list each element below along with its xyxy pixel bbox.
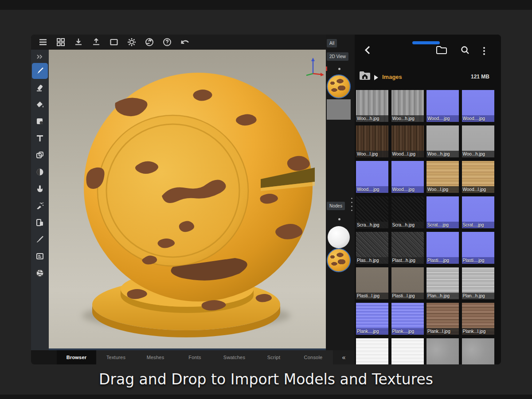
texture-item[interactable]: Scrat....jpg	[426, 196, 459, 228]
help-button[interactable]	[161, 36, 173, 48]
sidebar-expand-button[interactable]	[36, 52, 43, 62]
collapse-chevrons-icon: «	[342, 354, 346, 361]
folder-view-button[interactable]	[435, 45, 448, 57]
texture-item[interactable]: Plank...l.jpg	[462, 303, 494, 335]
import-button[interactable]	[73, 36, 84, 48]
tab-nodes[interactable]: Nodes	[327, 202, 345, 210]
texture-item[interactable]: Woo...l.jpg	[356, 125, 388, 157]
texture-item[interactable]: Woo...h.jpg	[356, 90, 388, 122]
tool-smudge[interactable]	[32, 181, 48, 197]
texture-item[interactable]: Scrat....jpg	[462, 196, 494, 228]
texture-filename: Plasti...l.jpg	[356, 293, 388, 299]
undo-button[interactable]	[179, 36, 191, 48]
tab-console[interactable]: Console	[293, 350, 333, 364]
record-tick	[326, 66, 327, 71]
panel-drag-handle[interactable]	[351, 198, 352, 211]
texture-item[interactable]: Plank....jpg	[356, 303, 388, 335]
axis-gizmo	[303, 56, 325, 80]
texture-item[interactable]: Woo...h.jpg	[462, 125, 494, 157]
texture-filename: Wood....jpg	[356, 186, 388, 193]
texture-item[interactable]: Plast...h.jpg	[391, 232, 424, 264]
tab-fonts[interactable]: Fonts	[175, 350, 215, 364]
apps-button[interactable]	[55, 36, 66, 48]
tool-text[interactable]	[32, 130, 48, 146]
hamburger-icon	[38, 37, 48, 47]
material-thumbnail-white[interactable]	[328, 226, 350, 248]
texture-item[interactable]: Woo...h.jpg	[426, 125, 459, 157]
texture-item[interactable]	[356, 338, 388, 364]
texture-filename: Wood....jpg	[426, 115, 459, 122]
tab-swatches[interactable]: Swatches	[215, 350, 254, 364]
tab-all[interactable]: All	[327, 39, 337, 47]
tool-eraser[interactable]	[32, 80, 48, 96]
back-button[interactable]	[363, 46, 372, 56]
texture-item[interactable]: Wood....jpg	[462, 90, 494, 122]
undo-arrow-icon	[179, 37, 191, 47]
menu-button[interactable]	[37, 36, 49, 48]
add-material-button[interactable]	[338, 218, 340, 220]
texture-item[interactable]: Plas...h.jpg	[356, 232, 388, 264]
material-thumbnail-selected[interactable]	[327, 74, 351, 98]
export-button[interactable]	[90, 36, 102, 48]
loading-progress-bar	[412, 41, 440, 44]
texture-item[interactable]: Scra...h.jpg	[356, 196, 388, 228]
home-button[interactable]	[358, 70, 372, 82]
particle-spray-icon	[35, 201, 45, 211]
texture-item[interactable]: Plank....jpg	[391, 303, 424, 335]
viewport-3d[interactable]	[49, 50, 326, 350]
tab-textures[interactable]: Textures	[96, 350, 136, 364]
add-layer-button[interactable]	[338, 68, 340, 70]
tool-brush[interactable]	[32, 63, 48, 79]
tab-browser[interactable]: Browser	[57, 350, 96, 364]
tool-material[interactable]	[32, 265, 48, 281]
tool-picker[interactable]	[32, 231, 48, 247]
blur-icon	[35, 167, 45, 177]
screenshot-stage: BrowserTexturesMeshesFontsSwatchesScript…	[0, 0, 532, 399]
texture-item[interactable]: Wood...l.jpg	[462, 161, 494, 193]
text-icon	[35, 133, 45, 143]
texture-filename: Woo...l.jpg	[426, 186, 459, 193]
tool-decal[interactable]	[32, 113, 48, 129]
tab-2d-view[interactable]: 2D View	[327, 52, 348, 61]
tool-colorid[interactable]	[32, 215, 48, 231]
texture-item[interactable]	[426, 338, 459, 364]
texture-item[interactable]: Plan...h.jpg	[462, 267, 494, 299]
tab-meshes[interactable]: Meshes	[136, 350, 175, 364]
texture-item[interactable]: Woo...h.jpg	[391, 90, 424, 122]
texture-item[interactable]: Plasti....jpg	[426, 232, 459, 264]
texture-item[interactable]: Wood....jpg	[356, 161, 388, 193]
search-button[interactable]	[459, 45, 471, 57]
breadcrumb-folder[interactable]: Images	[382, 74, 402, 80]
render-button[interactable]	[144, 36, 155, 48]
texture-item[interactable]: Plan...h.jpg	[426, 267, 459, 299]
eraser-icon	[35, 83, 45, 93]
texture-item[interactable]: Plasti...l.jpg	[391, 267, 424, 299]
tool-clone[interactable]	[32, 147, 48, 163]
texture-item[interactable]: Wood....jpg	[391, 161, 424, 193]
texture-item[interactable]: Scra...h.jpg	[391, 196, 424, 228]
tabbar-collapse-button[interactable]: «	[333, 350, 355, 364]
search-icon	[460, 45, 470, 57]
window-button[interactable]	[108, 36, 120, 48]
fill-bucket-icon	[35, 100, 45, 110]
texture-item[interactable]	[462, 338, 494, 364]
texture-item[interactable]: Plank...l.jpg	[426, 303, 459, 335]
texture-item[interactable]: Plasti....jpg	[462, 232, 494, 264]
texture-item[interactable]: Wood...l.jpg	[391, 125, 424, 157]
tab-script[interactable]: Script	[254, 350, 293, 364]
settings-button[interactable]	[126, 36, 137, 48]
tool-particle[interactable]	[32, 198, 48, 214]
layer-thumbnail-gray[interactable]	[327, 99, 351, 120]
tool-blur[interactable]	[32, 164, 48, 180]
tool-sidebar	[31, 50, 49, 350]
texture-item[interactable]	[391, 338, 424, 364]
texture-item[interactable]: Woo...l.jpg	[426, 161, 459, 193]
material-thumbnail-yellow[interactable]	[327, 248, 351, 272]
tool-fill[interactable]	[32, 97, 48, 113]
texture-filename: Scrat....jpg	[426, 222, 459, 228]
overflow-menu-button[interactable]	[481, 46, 488, 56]
texture-item[interactable]: Plasti...l.jpg	[356, 267, 388, 299]
texture-item[interactable]: Wood....jpg	[426, 90, 459, 122]
top-toolbar	[31, 35, 326, 50]
tool-script[interactable]	[32, 248, 48, 264]
